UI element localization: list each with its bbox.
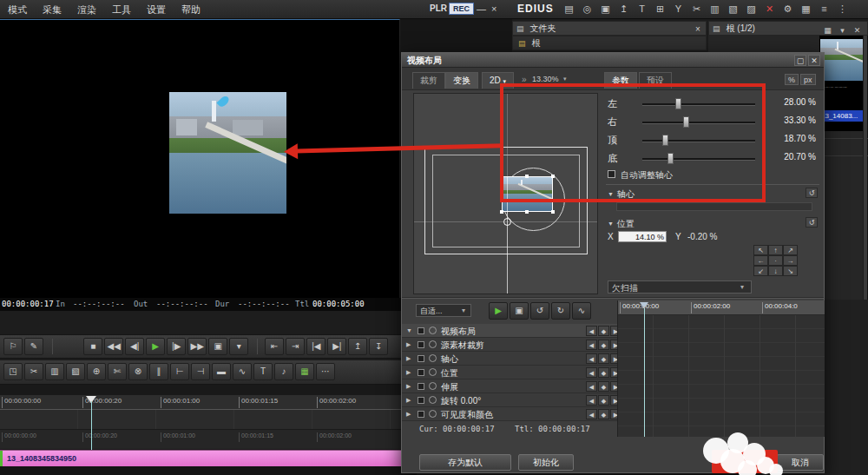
- y-value[interactable]: -0.20 %: [687, 232, 717, 241]
- dialog-titlebar[interactable]: 视频布局 ▢ ✕: [402, 53, 824, 68]
- nudge-up-left-button[interactable]: ↖: [753, 245, 768, 255]
- close-button[interactable]: ×: [491, 3, 496, 14]
- selection-handle[interactable]: [551, 210, 555, 214]
- keyframe-timeline[interactable]: 00:00:00:0000:00:02:0000:00:04:0: [617, 300, 824, 437]
- clipboard-icon[interactable]: ▨: [742, 0, 760, 18]
- nudge-down-left-button[interactable]: ↙: [753, 266, 768, 276]
- menu-item[interactable]: 渲染: [69, 0, 104, 20]
- insert-clip-icon[interactable]: ⊕: [87, 363, 106, 380]
- menu-item[interactable]: 模式: [0, 0, 35, 20]
- audio-fade-icon[interactable]: ∿: [233, 363, 252, 380]
- add-keyframe-button[interactable]: ◆: [598, 367, 609, 378]
- ripple-cut-icon[interactable]: ✄: [108, 363, 127, 380]
- keyframe-track-row[interactable]: ▶ 旋转 0.00° ◀ ◆ ▶: [402, 393, 617, 407]
- selection-handle[interactable]: [500, 210, 503, 214]
- keyframe-clock-icon[interactable]: [429, 368, 437, 376]
- capture-icon[interactable]: ▣: [596, 0, 615, 18]
- keyframe-clock-icon[interactable]: [429, 396, 437, 404]
- menu-item[interactable]: 设置: [139, 0, 174, 20]
- expand-arrow[interactable]: ▶: [406, 411, 411, 418]
- trim-start-icon[interactable]: ⊢: [170, 363, 189, 380]
- keyframe-track-row[interactable]: ▶ 位置 ◀ ◆ ▶: [402, 366, 617, 379]
- keyframe-track-row[interactable]: ▼ 视频布局 ◀ ◆ ▶: [402, 324, 617, 338]
- add-keyframe-button[interactable]: ◆: [598, 381, 609, 392]
- paste-icon[interactable]: ▧: [724, 0, 742, 18]
- expand-arrow[interactable]: ▼: [406, 327, 412, 333]
- keyframe-track-row[interactable]: ▶ 可见度和颜色 ◀ ◆ ▶: [402, 407, 617, 421]
- slider-value[interactable]: 28.00 %: [759, 97, 816, 107]
- title-icon[interactable]: T: [633, 0, 651, 18]
- prev-keyframe-button[interactable]: ◀: [586, 381, 597, 392]
- nudge-right-button[interactable]: →: [783, 255, 798, 266]
- menu-item[interactable]: 帮助: [174, 0, 208, 20]
- tab-transform[interactable]: 变换: [445, 72, 478, 89]
- timeline-mode-icon[interactable]: ▦: [295, 363, 314, 380]
- more-tools-icon[interactable]: ⋯: [316, 363, 335, 380]
- settings-icon[interactable]: ⚙: [779, 0, 797, 18]
- preview-play-button[interactable]: ▶: [489, 302, 508, 320]
- set-out-button[interactable]: ⇥: [286, 338, 305, 355]
- video-track[interactable]: [0, 410, 417, 430]
- close-button[interactable]: ✕: [808, 55, 820, 66]
- rec-button[interactable]: REC: [449, 3, 474, 15]
- position-reset-button[interactable]: ↺: [806, 217, 818, 228]
- copy-icon[interactable]: ▥: [706, 0, 724, 18]
- nudge-up-button[interactable]: ↑: [768, 245, 783, 255]
- zoom-value[interactable]: 13.30%: [532, 75, 559, 83]
- menu-item[interactable]: 采集: [35, 0, 69, 20]
- add-keyframe-button[interactable]: ◆: [598, 395, 609, 406]
- split-clip-icon[interactable]: ∥: [149, 363, 168, 380]
- timeline-clip[interactable]: 13_1408345834950: [0, 450, 417, 466]
- track-enable-checkbox[interactable]: [418, 411, 424, 418]
- voiceover-icon[interactable]: ♪: [274, 363, 293, 380]
- center-position-button[interactable]: ·: [768, 255, 783, 266]
- play-button[interactable]: ▶: [146, 338, 165, 355]
- slider-value[interactable]: 18.70 %: [759, 134, 816, 143]
- goto-in-button[interactable]: |◀: [306, 338, 326, 355]
- track-enable-checkbox[interactable]: [418, 397, 424, 404]
- expand-arrow[interactable]: ▶: [406, 355, 411, 362]
- add-keyframe-button[interactable]: ◆: [598, 409, 609, 419]
- redo-button[interactable]: ↻: [551, 302, 570, 320]
- copy-icon[interactable]: ▥: [45, 363, 64, 380]
- expand-arrow[interactable]: ▶: [406, 383, 411, 390]
- monitor-dropdown-caret[interactable]: ▾: [229, 338, 248, 355]
- prev-keyframe-button[interactable]: ◀: [586, 395, 597, 406]
- keyframe-track-row[interactable]: ▶ 伸展 ◀ ◆ ▶: [402, 379, 617, 393]
- underscan-dropdown[interactable]: 欠扫描 ▾: [608, 280, 752, 294]
- next-edit-button[interactable]: ↧: [369, 338, 388, 355]
- close-icon[interactable]: ×: [695, 23, 700, 36]
- keyframe-clock-icon[interactable]: [429, 410, 437, 418]
- open-project-icon[interactable]: ▤: [560, 0, 578, 18]
- export-icon[interactable]: ↥: [615, 0, 633, 18]
- bin-clip-cell[interactable]: –·–·– –·–·– 13_14083...: [819, 36, 866, 131]
- initialize-button[interactable]: 初始化: [518, 454, 574, 471]
- prev-keyframe-button[interactable]: ◀: [586, 367, 597, 378]
- track-enable-checkbox[interactable]: [418, 383, 424, 390]
- timeline-ruler[interactable]: 00:00:00:0000:00:00:2000:00:01:0000:00:0…: [0, 395, 417, 410]
- prev-keyframe-button[interactable]: ◀: [586, 409, 597, 419]
- keyframe-clock-icon[interactable]: [429, 382, 437, 390]
- bin-scrollbar[interactable]: [863, 36, 867, 300]
- nudge-left-button[interactable]: ←: [753, 255, 768, 266]
- add-keyframe-button[interactable]: ◆: [598, 326, 609, 336]
- x-input[interactable]: 14.10 %: [618, 231, 667, 242]
- monitor-output-button[interactable]: ▣: [208, 338, 227, 355]
- set-in-button[interactable]: ⇤: [265, 338, 284, 355]
- dual-monitor-icon[interactable]: ⊞: [651, 0, 669, 18]
- trim-end-icon[interactable]: ⊣: [191, 363, 210, 380]
- fit-dropdown[interactable]: 自适... ▾: [416, 304, 471, 317]
- add-keyframe-button[interactable]: ◆: [598, 340, 609, 350]
- keyframe-clock-icon[interactable]: [429, 327, 437, 334]
- compare-button[interactable]: ▣: [510, 302, 529, 320]
- anchor-reset-button[interactable]: ↺: [806, 188, 818, 198]
- rewind-button[interactable]: ◀◀: [104, 338, 123, 355]
- more-icon[interactable]: ⋮: [833, 0, 852, 18]
- paste-icon[interactable]: ▧: [66, 363, 85, 380]
- unit-percent-button[interactable]: %: [785, 74, 799, 85]
- expand-arrow[interactable]: ▶: [406, 397, 411, 404]
- keyframe-track-row[interactable]: ▶ 源素材裁剪 ◀ ◆ ▶: [402, 338, 617, 352]
- unit-px-button[interactable]: px: [800, 74, 816, 85]
- selection-handle[interactable]: [525, 210, 529, 214]
- slider-value[interactable]: 20.70 %: [759, 152, 816, 162]
